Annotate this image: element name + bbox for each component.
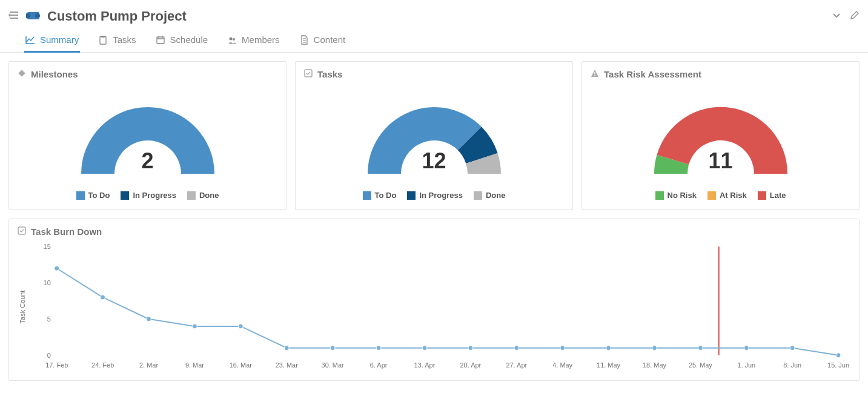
svg-point-39 [192, 324, 197, 329]
svg-rect-5 [157, 37, 164, 44]
legend-item: At Risk [707, 191, 747, 200]
warning-icon [591, 69, 599, 79]
legend-item: Late [758, 191, 786, 200]
swatch-icon [187, 191, 196, 200]
chart-icon [25, 35, 35, 45]
svg-text:30. Mar: 30. Mar [322, 361, 344, 369]
risk-legend: No Risk At Risk Late [655, 191, 786, 200]
legend-item: To Do [363, 191, 397, 200]
tab-label: Tasks [113, 35, 136, 45]
menu-icon[interactable] [8, 10, 19, 22]
chevron-down-icon[interactable] [832, 10, 841, 22]
burndown-card: Task Burn Down Task Count 051015 17. Feb… [8, 219, 860, 381]
svg-text:6. Apr: 6. Apr [370, 361, 388, 369]
tab-schedule[interactable]: Schedule [154, 30, 210, 53]
card-title-text: Task Risk Assessment [604, 69, 701, 79]
svg-text:4. May: 4. May [552, 361, 572, 369]
tab-summary[interactable]: Summary [24, 30, 80, 53]
card-title-text: Task Burn Down [31, 226, 102, 237]
tab-label: Members [242, 35, 280, 45]
gauge-row: Milestones 2 To Do In Progress Done Task… [0, 53, 868, 219]
legend-item: Done [474, 191, 506, 200]
milestones-legend: To Do In Progress Done [76, 191, 219, 200]
milestones-total: 2 [63, 148, 233, 174]
swatch-icon [655, 191, 664, 200]
svg-text:2. Mar: 2. Mar [139, 361, 158, 369]
card-title-text: Tasks [317, 69, 342, 79]
y-axis-label: Task Count [19, 291, 26, 324]
legend-label: Done [199, 191, 219, 200]
svg-point-49 [652, 346, 657, 351]
milestones-card: Milestones 2 To Do In Progress Done [8, 61, 287, 210]
swatch-icon [121, 191, 129, 200]
svg-text:24. Feb: 24. Feb [91, 361, 114, 369]
legend-label: In Progress [133, 191, 176, 200]
svg-text:16. Mar: 16. Mar [230, 361, 252, 369]
legend-label: To Do [88, 191, 110, 200]
edit-icon[interactable] [850, 10, 860, 22]
svg-text:20. Apr: 20. Apr [460, 361, 482, 369]
svg-point-37 [101, 295, 105, 300]
legend-item: No Risk [655, 191, 697, 200]
diamond-icon [18, 69, 26, 79]
svg-rect-4 [101, 36, 105, 38]
svg-point-47 [560, 346, 565, 351]
tab-label: Summary [40, 35, 79, 45]
svg-point-44 [422, 346, 427, 351]
page-header: Custom Pump Project [0, 0, 868, 30]
swatch-icon [407, 191, 416, 200]
svg-text:23. Mar: 23. Mar [276, 361, 298, 369]
tab-content[interactable]: Content [298, 30, 347, 53]
users-icon [227, 35, 237, 45]
svg-point-43 [376, 346, 381, 351]
tabs-bar: Summary Tasks Schedule Members Content [0, 30, 868, 53]
svg-text:5: 5 [47, 315, 51, 323]
svg-text:27. Apr: 27. Apr [506, 361, 527, 369]
legend-label: Late [770, 191, 786, 200]
tasks-card: Tasks 12 To Do In Progress Done [295, 61, 573, 210]
checkbox-icon [18, 226, 26, 237]
svg-rect-1 [26, 13, 30, 18]
project-icon [25, 7, 41, 25]
document-icon [299, 35, 309, 45]
svg-point-42 [330, 346, 335, 351]
svg-point-51 [744, 346, 749, 351]
svg-point-50 [698, 346, 703, 351]
legend-item: To Do [76, 191, 110, 200]
svg-rect-10 [594, 72, 595, 74]
swatch-icon [76, 191, 85, 200]
swatch-icon [707, 191, 716, 200]
svg-point-36 [55, 266, 59, 271]
svg-text:25. May: 25. May [689, 361, 712, 369]
svg-point-2 [35, 13, 40, 18]
svg-text:15: 15 [44, 243, 51, 250]
swatch-icon [363, 191, 371, 200]
svg-rect-8 [18, 70, 25, 76]
legend-label: At Risk [720, 191, 747, 200]
tasks-gauge: 12 [350, 89, 519, 174]
page-title: Custom Pump Project [47, 8, 832, 24]
risk-gauge: 11 [636, 89, 806, 174]
legend-item: In Progress [121, 191, 176, 200]
svg-point-46 [514, 346, 519, 351]
milestones-gauge: 2 [63, 89, 233, 174]
risk-card: Task Risk Assessment 11 No Risk At Risk … [581, 61, 860, 210]
tasks-total: 12 [350, 148, 519, 174]
tab-members[interactable]: Members [226, 30, 281, 53]
svg-point-53 [836, 353, 841, 358]
svg-text:10: 10 [44, 279, 51, 286]
tab-label: Schedule [170, 35, 208, 45]
tab-tasks[interactable]: Tasks [97, 30, 137, 53]
legend-item: Done [187, 191, 219, 200]
tasks-legend: To Do In Progress Done [363, 191, 506, 200]
svg-text:9. Mar: 9. Mar [185, 361, 204, 369]
svg-point-48 [606, 346, 611, 351]
card-title-text: Milestones [31, 69, 78, 79]
svg-point-6 [230, 37, 233, 40]
svg-text:0: 0 [47, 352, 51, 359]
burndown-chart: Task Count 051015 17. Feb24. Feb2. Mar9.… [18, 240, 850, 374]
svg-point-38 [147, 317, 151, 321]
legend-label: No Risk [668, 191, 697, 200]
svg-text:8. Jun: 8. Jun [783, 361, 801, 369]
svg-rect-11 [594, 75, 595, 76]
